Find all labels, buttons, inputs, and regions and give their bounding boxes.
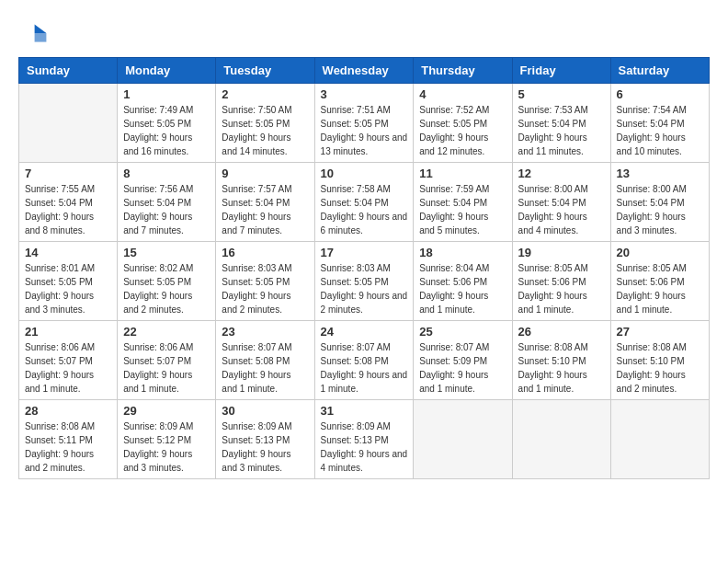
calendar-cell: 28Sunrise: 8:08 AMSunset: 5:11 PMDayligh… — [19, 400, 118, 479]
day-number: 5 — [518, 87, 605, 101]
day-number: 3 — [321, 87, 408, 101]
day-number: 30 — [222, 404, 308, 418]
calendar-cell: 31Sunrise: 8:09 AMSunset: 5:13 PMDayligh… — [314, 400, 414, 479]
day-info: Sunrise: 7:57 AMSunset: 5:04 PMDaylight:… — [222, 182, 308, 237]
calendar-cell: 17Sunrise: 8:03 AMSunset: 5:05 PMDayligh… — [314, 242, 414, 321]
day-info: Sunrise: 7:55 AMSunset: 5:04 PMDaylight:… — [25, 182, 111, 237]
day-number: 14 — [25, 246, 111, 259]
calendar-cell: 8Sunrise: 7:56 AMSunset: 5:04 PMDaylight… — [118, 163, 216, 242]
day-number: 15 — [123, 246, 210, 259]
day-number: 10 — [321, 167, 408, 180]
day-info: Sunrise: 7:51 AMSunset: 5:05 PMDaylight:… — [321, 103, 408, 158]
day-info: Sunrise: 8:06 AMSunset: 5:07 PMDaylight:… — [25, 340, 111, 396]
calendar-cell — [414, 400, 512, 479]
calendar-week-row: 28Sunrise: 8:08 AMSunset: 5:11 PMDayligh… — [19, 400, 710, 479]
day-of-week-header: Friday — [512, 58, 610, 84]
calendar-cell: 3Sunrise: 7:51 AMSunset: 5:05 PMDaylight… — [314, 84, 414, 163]
day-number: 24 — [321, 325, 408, 339]
day-info: Sunrise: 8:03 AMSunset: 5:05 PMDaylight:… — [321, 261, 408, 316]
day-info: Sunrise: 8:04 AMSunset: 5:06 PMDaylight:… — [419, 261, 506, 316]
calendar-cell: 13Sunrise: 8:00 AMSunset: 5:04 PMDayligh… — [610, 163, 709, 242]
day-info: Sunrise: 7:59 AMSunset: 5:04 PMDaylight:… — [419, 182, 506, 237]
day-info: Sunrise: 8:07 AMSunset: 5:09 PMDaylight:… — [419, 340, 506, 396]
calendar-cell: 30Sunrise: 8:09 AMSunset: 5:13 PMDayligh… — [216, 400, 314, 479]
day-of-week-header: Sunday — [19, 58, 118, 84]
day-info: Sunrise: 7:53 AMSunset: 5:04 PMDaylight:… — [518, 103, 605, 158]
calendar-cell: 14Sunrise: 8:01 AMSunset: 5:05 PMDayligh… — [19, 242, 118, 321]
day-number: 8 — [123, 167, 210, 180]
day-info: Sunrise: 8:09 AMSunset: 5:13 PMDaylight:… — [222, 419, 308, 475]
calendar-cell: 24Sunrise: 8:07 AMSunset: 5:08 PMDayligh… — [314, 321, 414, 400]
day-info: Sunrise: 8:07 AMSunset: 5:08 PMDaylight:… — [321, 340, 408, 396]
day-info: Sunrise: 8:03 AMSunset: 5:05 PMDaylight:… — [222, 261, 308, 316]
day-info: Sunrise: 8:05 AMSunset: 5:06 PMDaylight:… — [617, 261, 703, 316]
calendar-cell — [610, 400, 709, 479]
day-number: 23 — [222, 325, 308, 339]
calendar-cell: 10Sunrise: 7:58 AMSunset: 5:04 PMDayligh… — [314, 163, 414, 242]
day-number: 9 — [222, 167, 308, 180]
day-info: Sunrise: 8:06 AMSunset: 5:07 PMDaylight:… — [123, 340, 210, 396]
day-number: 2 — [222, 87, 308, 101]
calendar-cell: 4Sunrise: 7:52 AMSunset: 5:05 PMDaylight… — [414, 84, 512, 163]
calendar-cell: 29Sunrise: 8:09 AMSunset: 5:12 PMDayligh… — [118, 400, 216, 479]
day-number: 16 — [222, 246, 308, 259]
calendar-cell: 15Sunrise: 8:02 AMSunset: 5:05 PMDayligh… — [118, 242, 216, 321]
day-number: 13 — [617, 167, 703, 180]
day-info: Sunrise: 7:49 AMSunset: 5:05 PMDaylight:… — [123, 103, 210, 158]
calendar-cell: 22Sunrise: 8:06 AMSunset: 5:07 PMDayligh… — [118, 321, 216, 400]
day-info: Sunrise: 7:56 AMSunset: 5:04 PMDaylight:… — [123, 182, 210, 237]
day-info: Sunrise: 8:07 AMSunset: 5:08 PMDaylight:… — [222, 340, 308, 396]
day-info: Sunrise: 8:09 AMSunset: 5:13 PMDaylight:… — [321, 419, 408, 475]
day-info: Sunrise: 8:08 AMSunset: 5:10 PMDaylight:… — [617, 340, 703, 396]
calendar-cell: 1Sunrise: 7:49 AMSunset: 5:05 PMDaylight… — [118, 84, 216, 163]
calendar-cell: 11Sunrise: 7:59 AMSunset: 5:04 PMDayligh… — [414, 163, 512, 242]
day-info: Sunrise: 8:00 AMSunset: 5:04 PMDaylight:… — [617, 182, 703, 237]
calendar-cell: 18Sunrise: 8:04 AMSunset: 5:06 PMDayligh… — [414, 242, 512, 321]
calendar-cell: 2Sunrise: 7:50 AMSunset: 5:05 PMDaylight… — [216, 84, 314, 163]
day-of-week-header: Monday — [118, 58, 216, 84]
calendar-cell: 27Sunrise: 8:08 AMSunset: 5:10 PMDayligh… — [610, 321, 709, 400]
day-info: Sunrise: 8:00 AMSunset: 5:04 PMDaylight:… — [518, 182, 605, 237]
calendar-cell: 6Sunrise: 7:54 AMSunset: 5:04 PMDaylight… — [610, 84, 709, 163]
svg-marker-1 — [35, 33, 47, 42]
day-number: 25 — [419, 325, 506, 339]
day-number: 7 — [25, 167, 111, 180]
day-number: 11 — [419, 167, 506, 180]
day-info: Sunrise: 7:50 AMSunset: 5:05 PMDaylight:… — [222, 103, 308, 158]
calendar-cell — [19, 84, 118, 163]
calendar-header-row: SundayMondayTuesdayWednesdayThursdayFrid… — [19, 58, 710, 84]
day-number: 17 — [321, 246, 408, 259]
calendar-cell: 16Sunrise: 8:03 AMSunset: 5:05 PMDayligh… — [216, 242, 314, 321]
day-number: 12 — [518, 167, 605, 180]
day-of-week-header: Thursday — [414, 58, 512, 84]
calendar-cell: 26Sunrise: 8:08 AMSunset: 5:10 PMDayligh… — [512, 321, 610, 400]
day-number: 4 — [419, 87, 506, 101]
calendar-cell: 21Sunrise: 8:06 AMSunset: 5:07 PMDayligh… — [19, 321, 118, 400]
calendar-cell — [512, 400, 610, 479]
day-number: 22 — [123, 325, 210, 339]
day-number: 31 — [321, 404, 408, 418]
calendar-cell: 9Sunrise: 7:57 AMSunset: 5:04 PMDaylight… — [216, 163, 314, 242]
day-info: Sunrise: 7:58 AMSunset: 5:04 PMDaylight:… — [321, 182, 408, 237]
page-header — [18, 18, 710, 48]
logo — [18, 18, 51, 48]
day-of-week-header: Tuesday — [216, 58, 314, 84]
calendar-week-row: 14Sunrise: 8:01 AMSunset: 5:05 PMDayligh… — [19, 242, 710, 321]
day-info: Sunrise: 7:52 AMSunset: 5:05 PMDaylight:… — [419, 103, 506, 158]
calendar-cell: 19Sunrise: 8:05 AMSunset: 5:06 PMDayligh… — [512, 242, 610, 321]
day-info: Sunrise: 8:09 AMSunset: 5:12 PMDaylight:… — [123, 419, 210, 475]
day-number: 26 — [518, 325, 605, 339]
day-number: 18 — [419, 246, 506, 259]
calendar-cell: 20Sunrise: 8:05 AMSunset: 5:06 PMDayligh… — [610, 242, 709, 321]
calendar-cell: 7Sunrise: 7:55 AMSunset: 5:04 PMDaylight… — [19, 163, 118, 242]
calendar-cell: 5Sunrise: 7:53 AMSunset: 5:04 PMDaylight… — [512, 84, 610, 163]
calendar-week-row: 1Sunrise: 7:49 AMSunset: 5:05 PMDaylight… — [19, 84, 710, 163]
calendar-week-row: 21Sunrise: 8:06 AMSunset: 5:07 PMDayligh… — [19, 321, 710, 400]
day-info: Sunrise: 7:54 AMSunset: 5:04 PMDaylight:… — [617, 103, 703, 158]
calendar-cell: 23Sunrise: 8:07 AMSunset: 5:08 PMDayligh… — [216, 321, 314, 400]
day-info: Sunrise: 8:08 AMSunset: 5:10 PMDaylight:… — [518, 340, 605, 396]
day-number: 28 — [25, 404, 111, 418]
day-of-week-header: Saturday — [610, 58, 709, 84]
day-number: 19 — [518, 246, 605, 259]
calendar-cell: 25Sunrise: 8:07 AMSunset: 5:09 PMDayligh… — [414, 321, 512, 400]
